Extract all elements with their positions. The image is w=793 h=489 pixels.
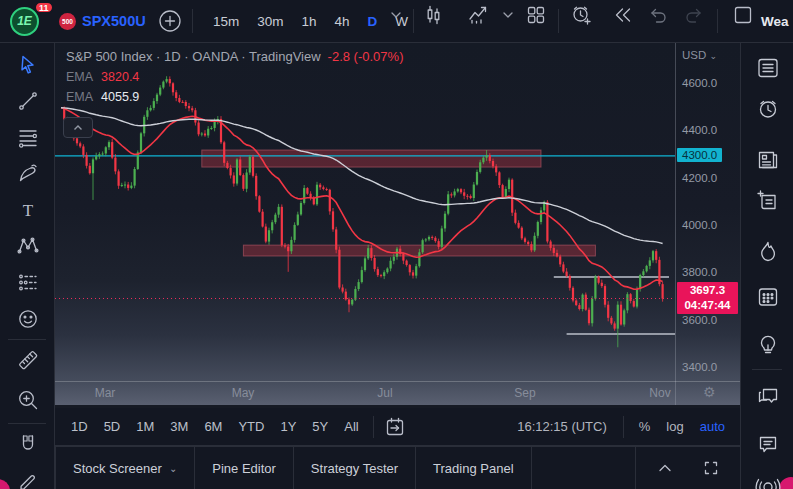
candle-body bbox=[562, 264, 564, 271]
candle-body bbox=[140, 133, 142, 152]
time-axis[interactable]: ⚙ MarMayJulSepNov bbox=[55, 381, 740, 405]
candle-body bbox=[537, 222, 539, 236]
symbol-title[interactable]: S&P 500 Index · 1D · OANDA · TradingView… bbox=[66, 49, 403, 64]
calendar-icon[interactable] bbox=[754, 283, 782, 311]
candle-body bbox=[380, 275, 382, 276]
tradingview-app: 1E 11 500 SPX500USD 15m30m1h4hDW bbox=[0, 0, 793, 489]
candle-body bbox=[393, 257, 395, 261]
emoji-tool[interactable] bbox=[13, 304, 43, 334]
text-notes-icon[interactable] bbox=[754, 186, 782, 214]
news-icon[interactable] bbox=[754, 146, 782, 174]
chart-style-candles-icon[interactable] bbox=[418, 0, 448, 30]
timeframe-4h[interactable]: 4h bbox=[328, 10, 357, 33]
indicators-chevron-down-icon[interactable] bbox=[493, 0, 523, 30]
candle-body bbox=[444, 214, 446, 229]
forecast-tool[interactable] bbox=[13, 268, 43, 298]
ema-fast-line[interactable] bbox=[61, 108, 663, 290]
range-1d[interactable]: 1D bbox=[63, 415, 96, 438]
timeframe-1h[interactable]: 1h bbox=[295, 10, 324, 33]
indicator-row-ema-slow[interactable]: EMA4055.9 bbox=[66, 90, 403, 104]
toolbar-divider bbox=[8, 423, 46, 424]
streams-icon[interactable] bbox=[754, 473, 782, 489]
layout-grid-icon[interactable] bbox=[521, 0, 551, 30]
text-tool[interactable]: T bbox=[13, 195, 43, 225]
draw-pencil-tool[interactable] bbox=[13, 467, 43, 489]
bar-replay-icon[interactable] bbox=[608, 0, 638, 30]
range-ytd[interactable]: YTD bbox=[230, 415, 272, 438]
tab-strategy-tester[interactable]: Strategy Tester bbox=[294, 447, 416, 489]
percent-scale-button[interactable]: % bbox=[632, 416, 658, 437]
brush-tool[interactable] bbox=[13, 158, 43, 188]
candle-body bbox=[124, 185, 126, 186]
chat-icon[interactable] bbox=[754, 430, 782, 458]
widget-sidebar bbox=[740, 43, 793, 489]
watchlist-icon[interactable] bbox=[754, 54, 782, 82]
clock[interactable]: 16:12:15 (UTC) bbox=[517, 419, 607, 434]
gear-icon[interactable]: ⚙ bbox=[703, 384, 716, 400]
ideas-icon[interactable] bbox=[754, 331, 782, 359]
xabcd-pattern-tool[interactable] bbox=[13, 231, 43, 261]
tab-pine-editor[interactable]: Pine Editor bbox=[195, 447, 294, 489]
range-all[interactable]: All bbox=[336, 415, 366, 438]
zoom-in-tool[interactable] bbox=[13, 385, 43, 415]
tab-trading-panel[interactable]: Trading Panel bbox=[416, 447, 531, 489]
account-menu-button[interactable]: 1E 11 bbox=[10, 0, 39, 42]
public-chats-icon[interactable] bbox=[754, 381, 782, 409]
measure-tool[interactable] bbox=[13, 345, 43, 375]
candle-body bbox=[268, 230, 270, 241]
cursor-tool[interactable] bbox=[13, 50, 43, 80]
tab-stock-screener[interactable]: Stock Screener⌄ bbox=[55, 447, 195, 489]
chart-column: S&P 500 Index · 1D · OANDA · TradingView… bbox=[55, 43, 740, 489]
alerts-icon[interactable] bbox=[754, 95, 782, 123]
candle-body bbox=[204, 134, 206, 136]
timeframe-15m[interactable]: 15m bbox=[206, 10, 246, 33]
fullscreen-icon[interactable] bbox=[696, 453, 726, 483]
candle-body bbox=[290, 240, 292, 251]
range-6m[interactable]: 6M bbox=[196, 415, 230, 438]
axis-month-mar: Mar bbox=[95, 386, 116, 400]
range-1y[interactable]: 1Y bbox=[272, 415, 304, 438]
toolbar-divider bbox=[192, 9, 193, 33]
ema-slow-line[interactable] bbox=[61, 108, 663, 244]
magnet-tool[interactable] bbox=[13, 429, 43, 459]
hotlists-icon[interactable] bbox=[754, 238, 782, 266]
indicator-label: EMA bbox=[66, 70, 93, 84]
panel-expand-chevron-icon[interactable] bbox=[650, 453, 680, 483]
candle-body bbox=[150, 108, 152, 110]
compare-add-symbol-button[interactable] bbox=[155, 0, 185, 42]
candle-body bbox=[351, 300, 353, 305]
range-5y[interactable]: 5Y bbox=[304, 415, 336, 438]
price-scale-currency[interactable]: USD ⌄ bbox=[682, 49, 717, 61]
candle-body bbox=[559, 256, 561, 264]
redo-icon[interactable] bbox=[679, 0, 709, 30]
save-layout-checkbox[interactable] bbox=[728, 0, 758, 30]
go-to-date-icon[interactable] bbox=[380, 412, 410, 442]
range-5d[interactable]: 5D bbox=[96, 415, 129, 438]
symbol-search-button[interactable]: 500 SPX500USD bbox=[59, 0, 146, 42]
legend-collapse-button[interactable] bbox=[63, 117, 93, 138]
chart-area[interactable]: S&P 500 Index · 1D · OANDA · TradingView… bbox=[55, 43, 740, 408]
candle-body bbox=[534, 236, 536, 251]
scale-controls: 16:12:15 (UTC) % log auto bbox=[517, 416, 740, 438]
undo-icon[interactable] bbox=[643, 0, 673, 30]
indicator-row-ema-fast[interactable]: EMA3820.4 bbox=[66, 70, 403, 84]
axis-month-nov: Nov bbox=[649, 386, 670, 400]
auto-scale-button[interactable]: auto bbox=[693, 416, 732, 437]
range-3m[interactable]: 3M bbox=[162, 415, 196, 438]
candle-body bbox=[498, 172, 500, 185]
timeframe-chevron-down-icon[interactable] bbox=[381, 0, 411, 30]
trend-line-tool[interactable] bbox=[13, 86, 43, 116]
log-scale-button[interactable]: log bbox=[659, 416, 690, 437]
candle-body bbox=[492, 161, 494, 166]
layout-name[interactable]: Wea bbox=[761, 0, 789, 42]
indicators-icon[interactable] bbox=[463, 0, 493, 30]
price-scale[interactable]: USD ⌄ 4600.04400.04300.04200.04000.03800… bbox=[675, 43, 740, 405]
candle-body bbox=[530, 244, 532, 250]
timeframe-30m[interactable]: 30m bbox=[250, 10, 290, 33]
notification-badge: 11 bbox=[34, 1, 54, 14]
drawing-toolbar: T bbox=[0, 43, 55, 489]
fib-retracement-tool[interactable] bbox=[13, 123, 43, 153]
alert-plus-icon[interactable] bbox=[566, 0, 596, 30]
range-1m[interactable]: 1M bbox=[128, 415, 162, 438]
candle-body bbox=[338, 250, 340, 288]
